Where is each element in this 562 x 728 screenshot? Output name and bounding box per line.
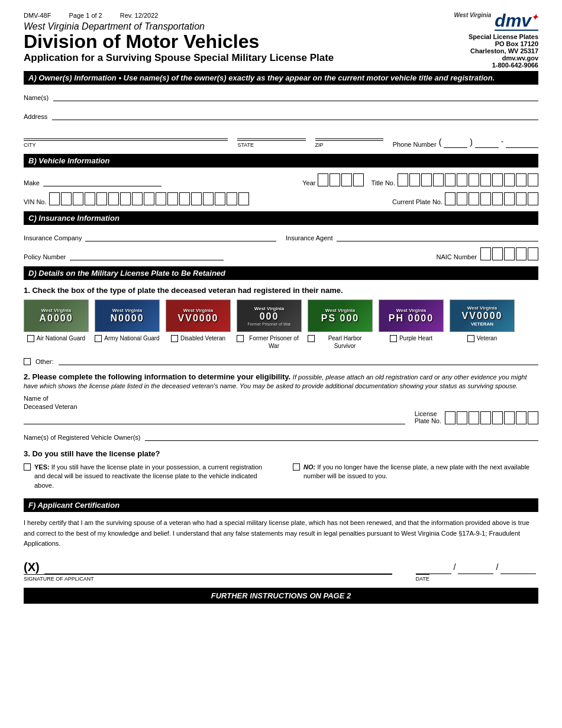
date-slash2: / <box>496 562 498 572</box>
ins-agent-label: Insurance Agent <box>286 234 333 241</box>
plate-check-purple: Purple Heart <box>390 334 432 342</box>
ins-company-input[interactable] <box>85 231 276 241</box>
checkbox-no[interactable] <box>293 463 300 471</box>
sig-label: SIGNATURE OF APPLICANT <box>24 574 392 582</box>
yes-text: If you still have the license plate in y… <box>34 463 262 489</box>
plate-label-veteran: Veteran <box>477 334 497 342</box>
phone-paren-close: ) <box>470 137 473 147</box>
step1-title: 1. Check the box of the type of plate th… <box>24 286 538 295</box>
reg-owner-input[interactable] <box>145 430 538 441</box>
phone-area[interactable] <box>444 138 467 148</box>
vin-label: VIN No. <box>24 198 47 205</box>
plate-img-arng: West Virginia N0000 <box>95 299 160 332</box>
section-f-header: F) Applicant Certification <box>24 498 538 512</box>
license-label: License <box>415 410 441 417</box>
step2-title: 2. Please complete the following informa… <box>24 372 538 390</box>
no-text: If you no longer have the license plate,… <box>303 463 529 479</box>
address-label: Address <box>24 113 47 120</box>
plate-label-purple: Purple Heart <box>399 334 432 342</box>
name-of-label: Name of <box>24 395 405 402</box>
plate-item-veteran: West Virginia VV0000 VETERAN Veteran <box>450 299 515 342</box>
plate-item-arng: West Virginia N0000 Army National Guard <box>95 299 160 342</box>
address-input[interactable] <box>52 109 538 120</box>
plate-img-dis: West Virginia VV0000 <box>166 299 231 332</box>
current-plate-label: Current Plate No. <box>392 198 443 205</box>
rev-date: Rev. 12/2022 <box>120 12 159 19</box>
plate-img-purple: West Virginia PH 0000 <box>379 299 444 332</box>
checkbox-purple[interactable] <box>390 335 397 342</box>
phone-label: Phone Number <box>393 141 437 148</box>
city-input[interactable] <box>24 128 228 139</box>
plate-img-veteran: West Virginia VV0000 VETERAN <box>450 299 515 332</box>
state-sublabel: STATE <box>237 140 305 148</box>
plates-grid: West Virginia A0000 Air National Guard W… <box>24 299 538 350</box>
plate-item-fpow: West Virginia 000 Former Prisoner of War… <box>237 299 302 350</box>
plate-item-purple: West Virginia PH 0000 Purple Heart <box>379 299 444 342</box>
ins-agent-input[interactable] <box>337 231 538 241</box>
checkbox-other[interactable] <box>24 358 31 365</box>
section-c-header: C) Insurance Information <box>24 211 538 225</box>
policy-input[interactable] <box>70 250 224 260</box>
plate-item-pearl: West Virginia PS 000 Pearl Harbor Surviv… <box>308 299 373 350</box>
sig-x: (X) <box>24 561 40 574</box>
plate-label-dis: Disabled Veteran <box>180 334 225 342</box>
naic-label: NAIC Number <box>437 253 477 260</box>
plate-label-ang: Air National Guard <box>37 334 85 342</box>
deceased-label: Deceased Veteran <box>24 403 405 410</box>
checkbox-veteran[interactable] <box>467 335 474 342</box>
checkbox-pearl[interactable] <box>308 335 315 342</box>
plate-check-ang: Air National Guard <box>27 334 85 342</box>
plate-img-pearl: West Virginia PS 000 <box>308 299 373 332</box>
phone-number[interactable] <box>506 138 538 148</box>
no-label: NO: <box>303 463 315 471</box>
form-number: DMV-48F <box>24 12 51 19</box>
title-boxes <box>398 173 538 186</box>
state-input[interactable] <box>237 128 305 139</box>
checkbox-ang[interactable] <box>27 335 34 342</box>
zip-sublabel: ZIP <box>315 140 383 148</box>
other-input[interactable] <box>59 355 538 365</box>
plate-item-dis: West Virginia VV0000 Disabled Veteran <box>166 299 231 342</box>
phone-paren-open: ( <box>439 137 442 147</box>
date-slash1: / <box>454 562 456 572</box>
make-label: Make <box>24 179 40 186</box>
plate-label-arng: Army National Guard <box>104 334 159 342</box>
checkbox-dis[interactable] <box>171 335 178 342</box>
phone-prefix[interactable] <box>475 138 499 148</box>
cert-text: I hereby certify that I am the surviving… <box>24 518 538 549</box>
city-sublabel: CITY <box>24 140 228 148</box>
make-input[interactable] <box>43 176 162 186</box>
checkbox-yes[interactable] <box>24 463 31 471</box>
year-boxes <box>318 173 364 186</box>
deceased-name-input[interactable] <box>24 414 405 424</box>
step3-yes: YES: If you still have the license plate… <box>24 463 269 490</box>
plate-check-dis: Disabled Veteran <box>171 334 225 342</box>
zip-input[interactable] <box>315 128 383 139</box>
state-label: West Virginia <box>454 12 492 18</box>
title-label: Title No. <box>371 179 395 186</box>
plate-no-label: Plate No. <box>415 417 441 424</box>
names-input[interactable] <box>53 91 538 101</box>
reg-owner-label: Name(s) of Registered Vehicle Owner(s) <box>24 434 140 441</box>
page-info: Page 1 of 2 <box>69 12 102 19</box>
license-plate-boxes <box>445 411 538 424</box>
checkbox-fpow[interactable] <box>237 335 244 342</box>
section-a-header: A) Owner(s) Information • Use name(s) of… <box>24 71 538 85</box>
yes-label: YES: <box>34 463 50 471</box>
current-plate-boxes <box>445 192 538 205</box>
plate-label-fpow: Former Prisoner of War <box>246 334 302 350</box>
plate-check-pearl: Pearl Harbor Survivor <box>308 334 373 350</box>
plate-check-fpow: Former Prisoner of War <box>237 334 302 350</box>
plate-check-arng: Army National Guard <box>95 334 159 342</box>
section-d-header: D) Details on the Military License Plate… <box>24 266 538 280</box>
other-label: Other: <box>35 358 54 365</box>
address-block: Special License Plates PO Box 17120 Char… <box>469 33 538 69</box>
names-label: Name(s) <box>24 94 49 101</box>
dmv-logo: dmv✦ <box>495 12 538 31</box>
ins-company-label: Insurance Company <box>24 234 82 241</box>
plate-check-veteran: Veteran <box>467 334 497 342</box>
plate-item-ang: West Virginia A0000 Air National Guard <box>24 299 89 342</box>
plate-img-fpow: West Virginia 000 Former Prisoner of War <box>237 299 302 332</box>
checkbox-arng[interactable] <box>95 335 102 342</box>
vin-boxes <box>49 192 249 205</box>
